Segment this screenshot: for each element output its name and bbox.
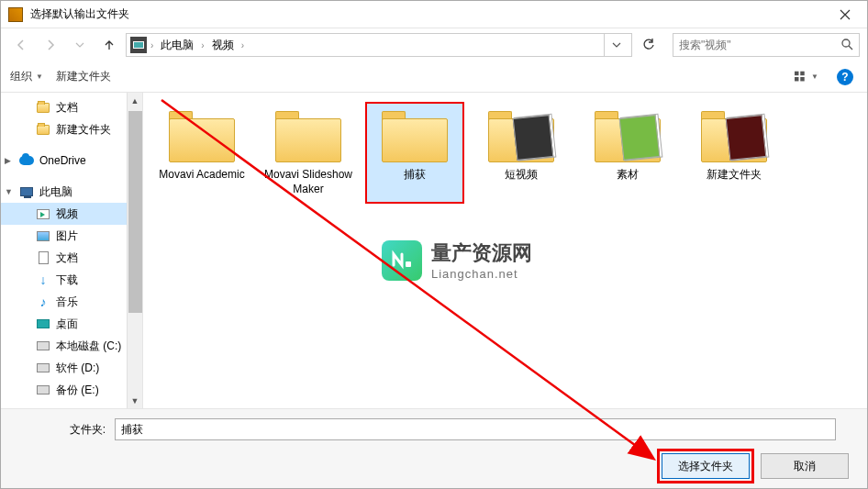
nav-tree[interactable]: 文档新建文件夹▶OneDrive▼此电脑视频图片文档↓下载♪音乐桌面本地磁盘 (…	[1, 93, 143, 408]
breadcrumb-item[interactable]: 此电脑	[157, 36, 197, 55]
folder-tile[interactable]: Movavi Academic	[152, 102, 251, 204]
select-folder-button[interactable]: 选择文件夹	[662, 453, 750, 479]
caret-icon: ▼	[5, 187, 14, 196]
folder-label: 短视频	[475, 168, 567, 183]
new-folder-button[interactable]: 新建文件夹	[56, 69, 111, 84]
scroll-thumb[interactable]	[128, 111, 142, 313]
arrow-right-icon	[44, 39, 57, 51]
breadcrumb-item[interactable]: 视频	[208, 36, 238, 55]
svg-rect-5	[406, 261, 411, 267]
view-options-button[interactable]: ▼	[794, 66, 819, 88]
forward-button[interactable]	[38, 33, 63, 57]
svg-point-0	[842, 39, 850, 47]
folder-icon	[36, 100, 50, 115]
refresh-icon	[642, 39, 655, 51]
scroll-up-icon[interactable]: ▲	[128, 93, 142, 108]
tree-item-label: OneDrive	[39, 154, 86, 167]
chevron-down-icon	[75, 40, 84, 50]
tree-item-label: 视频	[56, 206, 78, 222]
cloud-icon	[19, 153, 34, 168]
music-icon: ♪	[36, 295, 50, 309]
folder-tile[interactable]: 短视频	[472, 102, 571, 204]
search-input[interactable]	[679, 39, 840, 51]
nav-row: › 此电脑 › 视频 ›	[1, 28, 867, 61]
tree-item[interactable]: 新建文件夹	[1, 118, 142, 140]
pc-icon	[19, 184, 34, 199]
tree-item[interactable]: 桌面	[1, 313, 142, 335]
doc-icon	[36, 250, 50, 265]
folder-icon	[36, 122, 50, 137]
close-button[interactable]	[824, 2, 865, 28]
caret-icon: ▶	[5, 156, 14, 165]
title-bar: 选择默认输出文件夹	[1, 1, 867, 28]
breadcrumb[interactable]: › 此电脑 › 视频 ›	[126, 33, 632, 57]
tree-item-label: 文档	[56, 100, 78, 116]
svg-rect-3	[795, 77, 798, 81]
search-icon[interactable]	[840, 38, 853, 53]
tree-item-label: 备份 (E:)	[56, 383, 99, 398]
tree-item[interactable]: ♪音乐	[1, 291, 142, 313]
tree-item-label: 新建文件夹	[56, 122, 111, 138]
tree-scrollbar[interactable]: ▲ ▼	[127, 93, 142, 408]
tree-item[interactable]: 本地磁盘 (C:)	[1, 335, 142, 357]
recent-dropdown[interactable]	[67, 33, 93, 57]
toolbar: 组织 ▼ 新建文件夹 ▼ ?	[1, 61, 867, 93]
footer: 文件夹: 选择文件夹 取消	[1, 408, 867, 488]
arrow-left-icon	[15, 39, 28, 51]
folder-label: Movavi Slideshow Maker	[262, 168, 354, 196]
tree-item[interactable]: 视频	[1, 203, 142, 225]
folder-field-label: 文件夹:	[14, 422, 106, 438]
watermark-logo-icon	[382, 240, 422, 281]
folder-tile[interactable]: 捕获	[365, 102, 464, 204]
tree-item-label: 此电脑	[39, 184, 72, 200]
watermark-url: Liangchan.net	[431, 267, 532, 281]
help-button[interactable]: ?	[832, 66, 858, 88]
svg-rect-1	[795, 71, 798, 74]
folder-label: 新建文件夹	[688, 168, 780, 183]
chevron-down-icon	[612, 40, 621, 50]
disk-icon	[36, 339, 50, 353]
tree-item[interactable]: ↓下载	[1, 269, 142, 291]
folder-name-input[interactable]	[115, 418, 836, 440]
svg-rect-2	[800, 71, 804, 74]
tree-item[interactable]: 文档	[1, 96, 142, 118]
folder-tile[interactable]: Movavi Slideshow Maker	[259, 102, 358, 204]
folder-label: 捕获	[369, 168, 461, 183]
breadcrumb-dropdown[interactable]	[604, 34, 628, 56]
cancel-button[interactable]: 取消	[761, 453, 849, 479]
folder-icon	[698, 109, 770, 162]
tree-item-label: 软件 (D:)	[56, 361, 99, 376]
disk-icon	[36, 383, 50, 397]
chevron-right-icon: ›	[149, 40, 155, 50]
chevron-right-icon: ›	[239, 40, 246, 50]
tree-item[interactable]: 备份 (E:)	[1, 379, 142, 401]
tree-item-label: 文档	[56, 250, 78, 266]
tree-item[interactable]: 图片	[1, 225, 142, 247]
up-button[interactable]	[96, 33, 122, 57]
app-icon	[8, 7, 23, 22]
tree-item[interactable]: ▶OneDrive	[1, 150, 142, 172]
down-icon: ↓	[36, 272, 50, 287]
folder-tile[interactable]: 素材	[578, 102, 677, 204]
search-box[interactable]	[673, 33, 860, 57]
organize-menu[interactable]: 组织 ▼	[10, 69, 43, 84]
tree-item[interactable]: 文档	[1, 247, 142, 269]
location-icon	[130, 37, 147, 53]
chevron-right-icon: ›	[199, 40, 206, 50]
back-button[interactable]	[8, 33, 34, 57]
tree-item-label: 图片	[56, 228, 78, 244]
view-icon	[795, 71, 809, 83]
refresh-button[interactable]	[636, 33, 662, 57]
tree-item-label: 桌面	[56, 317, 78, 332]
tree-item[interactable]: 软件 (D:)	[1, 357, 142, 379]
video-icon	[36, 206, 50, 221]
tree-item[interactable]: ▼此电脑	[1, 181, 142, 203]
chevron-down-icon: ▼	[36, 72, 43, 81]
tree-item-label: 本地磁盘 (C:)	[56, 339, 121, 354]
folder-label: Movavi Academic	[156, 168, 248, 183]
folder-content[interactable]: Movavi AcademicMovavi Slideshow Maker捕获短…	[143, 93, 867, 408]
folder-tile[interactable]: 新建文件夹	[684, 102, 784, 204]
disk-icon	[36, 361, 50, 375]
scroll-down-icon[interactable]: ▼	[128, 393, 142, 408]
tree-item-label: 音乐	[56, 295, 78, 310]
